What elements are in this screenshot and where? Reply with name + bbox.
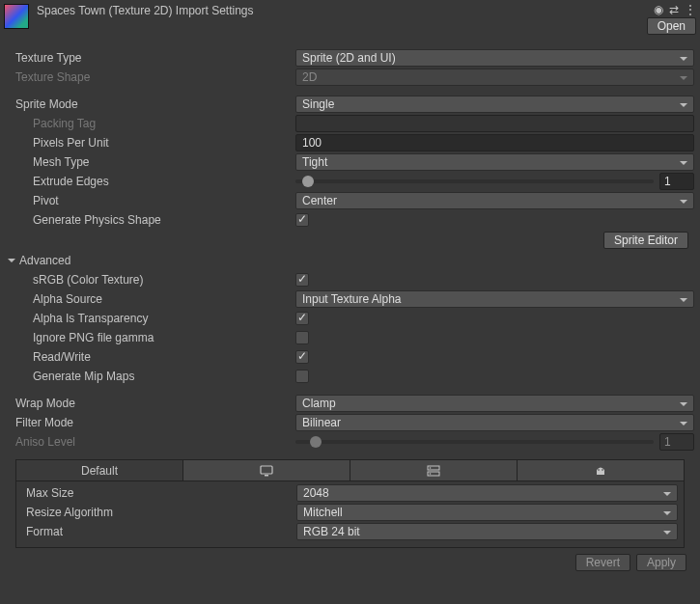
generate-mip-maps-checkbox[interactable] (295, 370, 309, 383)
alpha-source-dropdown[interactable]: Input Texture Alpha (295, 290, 694, 308)
texture-shape-dropdown: 2D (295, 69, 694, 86)
svg-rect-1 (265, 475, 268, 477)
svg-point-6 (598, 469, 600, 471)
android-icon (594, 465, 607, 477)
apply-button[interactable]: Apply (636, 554, 686, 571)
wrap-mode-label: Wrap Mode (6, 397, 295, 410)
extrude-edges-value[interactable]: 1 (659, 173, 694, 190)
filter-mode-label: Filter Mode (6, 416, 295, 429)
svg-point-4 (430, 467, 432, 469)
generate-physics-shape-checkbox[interactable] (295, 213, 309, 227)
max-size-label: Max Size (16, 486, 296, 500)
svg-rect-0 (261, 466, 272, 474)
asset-thumbnail (4, 4, 29, 29)
filter-mode-dropdown[interactable]: Bilinear (295, 414, 694, 431)
platform-tabs: Default (15, 459, 685, 480)
ignore-png-gamma-label: Ignore PNG file gamma (6, 331, 295, 344)
srgb-label: sRGB (Color Texture) (6, 273, 295, 287)
help-icon[interactable]: ◉ (654, 3, 663, 16)
mesh-type-dropdown[interactable]: Tight (295, 153, 694, 171)
open-button[interactable]: Open (647, 17, 696, 35)
alpha-source-label: Alpha Source (6, 292, 295, 306)
pivot-label: Pivot (6, 194, 295, 207)
sprite-mode-label: Sprite Mode (6, 97, 295, 111)
advanced-foldout[interactable]: Advanced (6, 251, 694, 270)
extrude-edges-label: Extrude Edges (6, 175, 295, 188)
tab-standalone[interactable] (183, 460, 350, 480)
pivot-dropdown[interactable]: Center (295, 192, 694, 209)
format-dropdown[interactable]: RGB 24 bit (296, 523, 678, 540)
monitor-icon (260, 465, 273, 477)
svg-point-7 (602, 469, 603, 471)
menu-icon[interactable]: ⋮ (685, 3, 696, 16)
tab-default[interactable]: Default (16, 460, 183, 480)
srgb-checkbox[interactable] (295, 273, 309, 287)
advanced-label: Advanced (19, 254, 70, 267)
alpha-is-transparency-checkbox[interactable] (295, 312, 309, 325)
pixels-per-unit-label: Pixels Per Unit (6, 136, 295, 150)
server-icon (427, 465, 440, 477)
packing-tag-label: Packing Tag (6, 117, 295, 130)
aniso-level-value: 1 (659, 433, 694, 451)
extrude-edges-slider[interactable] (295, 179, 654, 183)
read-write-checkbox[interactable] (295, 350, 309, 364)
texture-type-dropdown[interactable]: Sprite (2D and UI) (295, 49, 694, 67)
texture-shape-label: Texture Shape (6, 70, 295, 84)
resize-algorithm-label: Resize Algorithm (16, 506, 296, 519)
chevron-down-icon (8, 259, 15, 266)
resize-algorithm-dropdown[interactable]: Mitchell (296, 504, 678, 521)
read-write-label: Read/Write (6, 350, 295, 364)
preset-icon[interactable]: ⇄ (669, 3, 679, 16)
generate-mip-maps-label: Generate Mip Maps (6, 370, 295, 383)
generate-physics-shape-label: Generate Physics Shape (6, 213, 295, 227)
sprite-editor-button[interactable]: Sprite Editor (603, 232, 688, 249)
aniso-level-slider (295, 440, 654, 444)
svg-point-5 (430, 473, 432, 475)
alpha-is-transparency-label: Alpha Is Transparency (6, 312, 295, 325)
packing-tag-input (295, 115, 694, 132)
tab-android[interactable] (518, 460, 684, 480)
sprite-mode-dropdown[interactable]: Single (295, 96, 694, 113)
revert-button[interactable]: Revert (575, 554, 630, 571)
aniso-level-label: Aniso Level (6, 435, 295, 449)
page-title: Spaces Town (Texture 2D) Import Settings (37, 0, 654, 17)
wrap-mode-dropdown[interactable]: Clamp (295, 395, 694, 412)
mesh-type-label: Mesh Type (6, 155, 295, 169)
texture-type-label: Texture Type (6, 51, 295, 65)
tab-server[interactable] (350, 460, 518, 480)
max-size-dropdown[interactable]: 2048 (296, 484, 678, 502)
pixels-per-unit-input[interactable]: 100 (295, 134, 694, 151)
ignore-png-gamma-checkbox[interactable] (295, 331, 309, 344)
format-label: Format (16, 525, 296, 538)
